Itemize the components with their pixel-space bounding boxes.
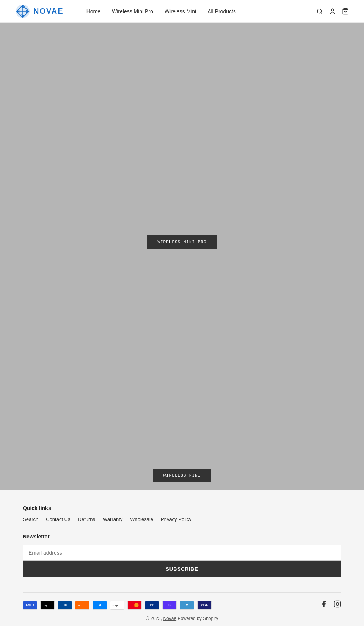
logo-link[interactable]: NOVAE xyxy=(15,4,64,19)
quick-links-list: Search Contact Us Returns Warranty Whole… xyxy=(23,516,341,522)
footer-link-returns[interactable]: Returns xyxy=(78,516,96,522)
wireless-mini-section: WIRELESS MINI xyxy=(19,256,345,490)
google-pay-icon: GPay xyxy=(110,601,124,610)
main-content: WIRELESS MINI PRO WIRELESS MINI xyxy=(0,23,364,490)
svg-text:GPay: GPay xyxy=(112,604,118,607)
cart-icon xyxy=(342,8,349,15)
footer: Quick links Search Contact Us Returns Wa… xyxy=(0,490,364,626)
quick-links-section: Quick links Search Contact Us Returns Wa… xyxy=(23,505,341,522)
quick-links-title: Quick links xyxy=(23,505,341,511)
social-icons xyxy=(320,600,341,610)
logo-text: NOVAE xyxy=(33,7,64,16)
nav-wireless-mini[interactable]: Wireless Mini xyxy=(165,8,196,14)
footer-link-wholesale[interactable]: Wholesale xyxy=(130,516,153,522)
svg-point-13 xyxy=(336,603,339,606)
product1-image xyxy=(19,23,345,235)
search-icon xyxy=(316,8,323,15)
footer-link-warranty[interactable]: Warranty xyxy=(103,516,122,522)
search-button[interactable] xyxy=(316,8,323,15)
svg-text:DISC: DISC xyxy=(77,604,83,607)
header: NOVAE Home Wireless Mini Pro Wireless Mi… xyxy=(0,0,364,23)
email-input[interactable] xyxy=(23,545,341,561)
footer-link-contact[interactable]: Contact Us xyxy=(46,516,70,522)
header-actions xyxy=(316,8,349,15)
svg-text:Pay: Pay xyxy=(44,604,47,606)
apple-pay-icon: Pay xyxy=(40,601,55,610)
mastercard-icon xyxy=(127,601,142,610)
wireless-mini-button[interactable]: WIRELESS MINI xyxy=(153,469,212,482)
facebook-icon[interactable] xyxy=(320,600,328,610)
newsletter-form: SUBSCRIBE xyxy=(23,545,341,577)
nav-wireless-mini-pro[interactable]: Wireless Mini Pro xyxy=(112,8,153,14)
meta-pay-icon: M xyxy=(93,601,107,610)
logo-icon xyxy=(15,4,30,19)
footer-link-privacy[interactable]: Privacy Policy xyxy=(161,516,191,522)
svg-point-3 xyxy=(317,9,322,13)
wireless-mini-pro-section: WIRELESS MINI PRO xyxy=(19,23,345,256)
wireless-mini-pro-button[interactable]: WIRELESS MINI PRO xyxy=(147,235,217,249)
nav-all-products[interactable]: All Products xyxy=(207,8,236,14)
amex-icon: AMEX xyxy=(23,601,37,610)
discover-icon: DISC xyxy=(75,601,89,610)
shop-pay-icon: S xyxy=(162,601,177,610)
cart-button[interactable] xyxy=(342,8,349,15)
diners-icon: DC xyxy=(58,601,72,610)
login-button[interactable] xyxy=(329,8,336,15)
venmo-icon: V xyxy=(180,601,194,610)
footer-copyright: © 2023, Novae Powered by Shopify xyxy=(23,616,341,621)
nav-home[interactable]: Home xyxy=(86,8,100,14)
paypal-icon: PP xyxy=(145,601,159,610)
newsletter-title: Newsletter xyxy=(23,533,341,540)
subscribe-button[interactable]: SUBSCRIBE xyxy=(23,561,341,577)
svg-rect-12 xyxy=(334,601,341,607)
person-icon xyxy=(329,8,336,15)
footer-link-search[interactable]: Search xyxy=(23,516,38,522)
newsletter-section: Newsletter SUBSCRIBE xyxy=(23,533,341,577)
footer-bottom: AMEX Pay DC DISC M GPay PP S V VI xyxy=(23,592,341,610)
payment-icons: AMEX Pay DC DISC M GPay PP S V VI xyxy=(23,601,212,610)
svg-point-5 xyxy=(331,9,334,11)
svg-line-4 xyxy=(321,13,322,14)
svg-point-14 xyxy=(339,602,340,603)
instagram-icon[interactable] xyxy=(334,600,341,610)
visa-icon: VISA xyxy=(197,601,212,610)
main-nav: Home Wireless Mini Pro Wireless Mini All… xyxy=(86,8,316,14)
product-sections: WIRELESS MINI PRO WIRELESS MINI xyxy=(0,23,364,490)
brand-link[interactable]: Novae xyxy=(163,616,176,621)
product2-image xyxy=(19,256,345,469)
